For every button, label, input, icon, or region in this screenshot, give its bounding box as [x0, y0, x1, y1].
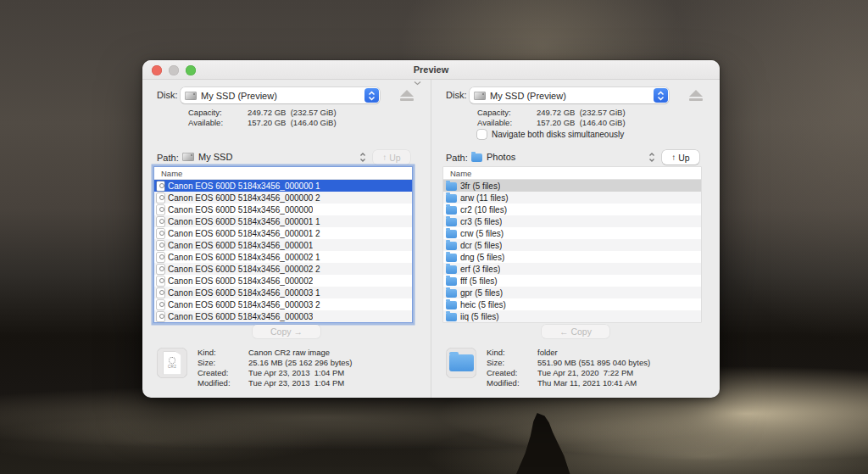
- available-label: Available:: [188, 118, 248, 128]
- row-label: Canon EOS 600D 5184x3456_000002: [168, 276, 313, 286]
- table-row[interactable]: erf (3 files): [443, 263, 701, 275]
- raw-file-icon: [157, 229, 164, 238]
- current-path[interactable]: My SSD: [182, 152, 232, 162]
- table-row[interactable]: Canon EOS 600D 5184x3456_000001: [154, 239, 412, 251]
- table-row[interactable]: Canon EOS 600D 5184x3456_000003 1: [154, 287, 412, 298]
- current-path[interactable]: Photos: [471, 152, 515, 162]
- up-button-label: Up: [389, 153, 400, 163]
- navigate-both-checkbox[interactable]: [477, 130, 487, 139]
- table-header-name[interactable]: Name: [154, 167, 412, 180]
- table-row[interactable]: Canon EOS 600D 5184x3456_000000 1: [154, 180, 412, 192]
- available-value: 157.20 GB (146.40 GiB): [537, 118, 626, 128]
- row-label: 3fr (5 files): [460, 181, 500, 191]
- table-row[interactable]: arw (11 files): [443, 192, 701, 204]
- disk-select-value: My SSD (Preview): [201, 91, 277, 101]
- table-row[interactable]: gpr (5 files): [443, 287, 701, 298]
- table-row[interactable]: heic (5 files): [443, 298, 701, 310]
- disk-select[interactable]: My SSD (Preview): [470, 87, 669, 103]
- disk-select[interactable]: My SSD (Preview): [181, 87, 380, 103]
- copy-right-button[interactable]: Copy →: [253, 325, 320, 338]
- folder-icon: [449, 354, 474, 371]
- selected-file-icon-well: CR2: [157, 348, 187, 378]
- table-row[interactable]: Canon EOS 600D 5184x3456_000000 2: [154, 192, 412, 204]
- table-row[interactable]: 3fr (5 files): [443, 180, 701, 192]
- folder-icon: [446, 182, 457, 191]
- up-button[interactable]: ↑ Up: [373, 150, 410, 165]
- copy-left-button[interactable]: ← Copy: [542, 325, 609, 338]
- titlebar[interactable]: Preview: [142, 60, 720, 80]
- file-table: Name Canon EOS 600D 5184x3456_000000 1Ca…: [154, 167, 412, 322]
- folder-icon: [446, 242, 457, 250]
- table-row[interactable]: Canon EOS 600D 5184x3456_000001 2: [154, 227, 412, 239]
- raw-file-icon: [157, 300, 164, 309]
- table-row[interactable]: Canon EOS 600D 5184x3456_000003: [154, 310, 412, 322]
- window-content: Disk: My SSD (Preview) Capacity: 249.72 …: [142, 80, 720, 398]
- path-row: Path: Photos ↑ Up: [431, 150, 720, 165]
- kind-label: Kind:: [198, 348, 248, 358]
- zoom-button[interactable]: [186, 65, 196, 75]
- folder-icon: [446, 301, 457, 309]
- path-value: Photos: [487, 152, 515, 162]
- navigate-both-checkbox-row[interactable]: Navigate both disks simultaneously: [477, 130, 624, 139]
- table-row[interactable]: iiq (5 files): [443, 310, 701, 322]
- created-value: Tue Apr 21, 2020 7:22 PM: [537, 368, 650, 378]
- path-label: Path:: [157, 153, 179, 163]
- row-label: Canon EOS 600D 5184x3456_000000: [168, 205, 313, 215]
- disk-stats: Capacity: 249.72 GB (232.57 GiB) Availab…: [477, 108, 626, 127]
- path-label: Path:: [446, 153, 468, 163]
- up-button[interactable]: ↑ Up: [662, 150, 699, 165]
- row-label: iiq (5 files): [460, 312, 499, 321]
- capacity-label: Capacity:: [188, 108, 248, 118]
- row-label: Canon EOS 600D 5184x3456_000003 2: [168, 300, 320, 309]
- raw-file-icon: [157, 181, 164, 191]
- table-row[interactable]: Canon EOS 600D 5184x3456_000001 1: [154, 215, 412, 227]
- table-row[interactable]: Canon EOS 600D 5184x3456_000002: [154, 275, 412, 287]
- row-label: dcr (5 files): [460, 241, 502, 250]
- table-body[interactable]: Canon EOS 600D 5184x3456_000000 1Canon E…: [154, 180, 412, 322]
- window-title: Preview: [414, 64, 449, 75]
- eject-button[interactable]: [397, 87, 417, 103]
- disk-label: Disk:: [446, 90, 466, 100]
- table-header-name[interactable]: Name: [443, 167, 701, 180]
- eject-button[interactable]: [686, 87, 706, 103]
- cr2-file-icon: CR2: [164, 352, 181, 375]
- row-label: crw (5 files): [460, 229, 504, 238]
- table-row[interactable]: cr3 (5 files): [443, 215, 701, 227]
- folder-icon: [471, 153, 482, 162]
- size-value: 551.90 MB (551 895 040 bytes): [537, 358, 650, 368]
- folder-icon: [446, 277, 457, 286]
- path-stepper[interactable]: [359, 152, 366, 163]
- row-label: Canon EOS 600D 5184x3456_000003 1: [168, 288, 320, 298]
- hard-drive-icon: [185, 92, 197, 100]
- raw-file-icon: [157, 205, 164, 215]
- table-row[interactable]: Canon EOS 600D 5184x3456_000000: [154, 204, 412, 215]
- kind-label: Kind:: [487, 348, 537, 358]
- disk-select-value: My SSD (Preview): [490, 91, 566, 101]
- folder-icon: [446, 194, 457, 203]
- table-row[interactable]: Canon EOS 600D 5184x3456_000003 2: [154, 298, 412, 310]
- path-row: Path: My SSD ↑ Up: [142, 150, 431, 165]
- hard-drive-icon: [474, 92, 486, 100]
- kind-value: Canon CR2 raw image: [248, 348, 353, 358]
- eject-icon: [400, 90, 414, 97]
- table-row[interactable]: Canon EOS 600D 5184x3456_000002 1: [154, 251, 412, 263]
- popup-chevrons-icon: [364, 88, 379, 103]
- table-row[interactable]: dcr (5 files): [443, 239, 701, 251]
- table-row[interactable]: crw (5 files): [443, 227, 701, 239]
- folder-icon: [446, 206, 457, 215]
- up-arrow-icon: ↑: [671, 153, 676, 162]
- table-body[interactable]: 3fr (5 files)arw (11 files)cr2 (10 files…: [443, 180, 701, 322]
- modified-value: Tue Apr 23, 2013 1:04 PM: [248, 378, 353, 388]
- size-label: Size:: [487, 358, 537, 368]
- row-label: Canon EOS 600D 5184x3456_000000 2: [168, 193, 320, 203]
- close-button[interactable]: [152, 65, 162, 75]
- table-row[interactable]: fff (5 files): [443, 275, 701, 287]
- modified-label: Modified:: [487, 378, 537, 388]
- path-stepper[interactable]: [648, 152, 655, 163]
- eject-icon: [689, 90, 703, 97]
- row-label: Canon EOS 600D 5184x3456_000003: [168, 312, 313, 321]
- table-row[interactable]: cr2 (10 files): [443, 204, 701, 215]
- table-row[interactable]: dng (5 files): [443, 251, 701, 263]
- chevron-down-icon[interactable]: [414, 81, 421, 86]
- table-row[interactable]: Canon EOS 600D 5184x3456_000002 2: [154, 263, 412, 275]
